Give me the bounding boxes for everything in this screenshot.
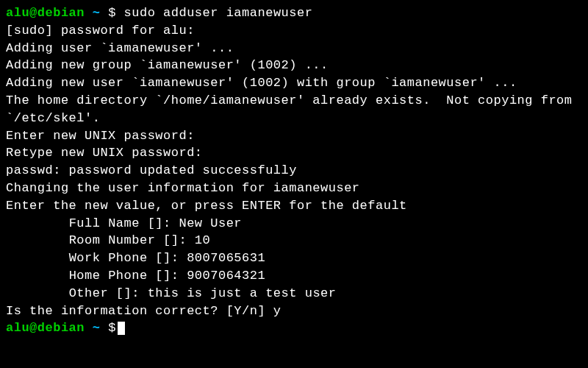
output-line: Adding new user `iamanewuser' (1002) wit… [6,74,582,92]
prompt-path: ~ [93,321,101,335]
cursor-icon [118,322,125,335]
output-line: Changing the user information for iamane… [6,180,582,197]
output-line: Is the information correct? [Y/n] y [6,302,582,320]
output-line: Home Phone []: 9007064321 [6,267,582,285]
prompt-path: ~ [93,6,101,20]
output-line: Other []: this is just a test user [6,285,582,302]
prompt-line-1: alu@debian ~ $ sudo adduser iamanewuser [6,4,582,22]
output-line: Enter the new value, or press ENTER for … [6,197,582,215]
output-line: Room Number []: 10 [6,232,582,250]
prompt-user-host: alu@debian [6,321,85,335]
output-line: Adding user `iamanewuser' ... [6,40,582,57]
output-line: [sudo] password for alu: [6,22,582,40]
command-text[interactable]: sudo adduser iamanewuser [124,6,313,20]
prompt-line-2[interactable]: alu@debian ~ $ [6,319,582,337]
output-line: passwd: password updated successfully [6,162,582,180]
output-line: Work Phone []: 8007065631 [6,250,582,267]
output-line: Retype new UNIX password: [6,144,582,162]
output-line: The home directory `/home/iamanewuser' a… [6,92,582,127]
prompt-user-host: alu@debian [6,6,85,20]
output-line: Enter new UNIX password: [6,127,582,145]
output-line: Full Name []: New User [6,215,582,233]
prompt-symbol: $ [108,321,116,335]
prompt-symbol: $ [108,6,116,20]
output-line: Adding new group `iamanewuser' (1002) ..… [6,57,582,74]
